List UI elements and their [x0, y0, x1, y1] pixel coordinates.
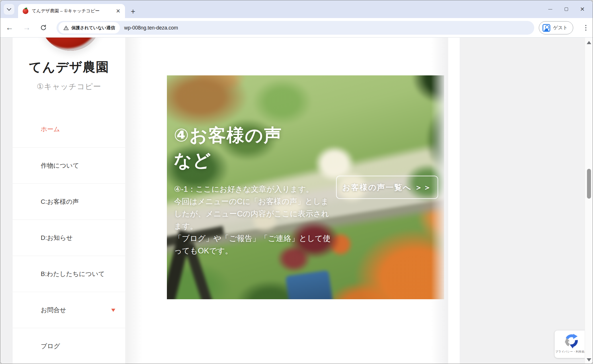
scroll-down-button[interactable] — [587, 358, 591, 361]
tomato-favicon-icon — [23, 8, 28, 14]
back-button[interactable]: ← — [4, 22, 15, 34]
profile-label: ゲスト — [553, 25, 568, 31]
new-tab-button[interactable]: + — [128, 7, 138, 16]
warning-icon — [63, 25, 69, 31]
sidebar-item-contact[interactable]: お問合せ — [13, 292, 125, 328]
hero-description: ④-1：ここにお好きな文章が入ります。 今回はメニューのCに「お客様の声」としま… — [174, 183, 335, 257]
site-subtitle: ①キャッチコピー — [13, 81, 125, 92]
address-bar[interactable]: 保護されていない通信 wp-008ng.ten-deza.com — [56, 21, 534, 35]
tab-title: てんデザ農園 – ①キャッチコピー — [32, 8, 104, 14]
sidebar-item-about-us[interactable]: B:わたしたちについて — [13, 256, 125, 292]
tab-strip: てんデザ農園 – ①キャッチコピー ✕ + ✕ — [0, 0, 593, 18]
browser-tab[interactable]: てんデザ農園 – ①キャッチコピー ✕ — [18, 4, 125, 18]
sidebar-item-crops[interactable]: 作物について — [13, 147, 125, 183]
recaptcha-badge[interactable]: プライバシー・利用規約 — [555, 330, 588, 358]
close-button[interactable]: ✕ — [574, 2, 590, 16]
page-content: てんデザ農園 ①キャッチコピー ホーム 作物について C:お客様の声 D:お知ら… — [0, 38, 593, 364]
site-title: てんデザ農園 — [13, 59, 125, 76]
url-text: wp-008ng.ten-deza.com — [124, 25, 178, 31]
tab-close-button[interactable]: ✕ — [115, 8, 122, 15]
browser-window: てんデザ農園 – ①キャッチコピー ✕ + ✕ ← → 保護されていない通信 w… — [0, 0, 593, 364]
chevron-down-icon — [7, 6, 11, 11]
minimize-icon — [548, 9, 552, 9]
reload-icon — [40, 24, 47, 31]
sidebar-shadow — [126, 38, 143, 364]
window-controls: ✕ — [542, 0, 590, 18]
reload-button[interactable] — [38, 22, 49, 34]
sidebar-item-news[interactable]: D:お知らせ — [13, 220, 125, 256]
guest-avatar-icon — [543, 24, 550, 32]
recaptcha-label: プライバシー・利用規約 — [555, 350, 587, 354]
sidebar-item-home[interactable]: ホーム — [13, 111, 125, 147]
scroll-up-button[interactable] — [587, 41, 591, 44]
forward-button[interactable]: → — [21, 22, 32, 34]
hero-image: ④お客様の声 など ④-1：ここにお好きな文章が入ります。 今回はメニューのCに… — [167, 75, 444, 299]
hero-heading: ④お客様の声 など — [174, 123, 334, 173]
sidebar-item-blog[interactable]: ブログ — [13, 328, 125, 364]
sidebar: てんデザ農園 ①キャッチコピー ホーム 作物について C:お客様の声 D:お知ら… — [13, 38, 126, 364]
minimize-button[interactable] — [542, 2, 558, 16]
security-chip[interactable]: 保護されていない通信 — [58, 22, 120, 34]
maximize-button[interactable] — [558, 2, 574, 16]
submenu-arrow-icon — [111, 309, 115, 312]
security-chip-label: 保護されていない通信 — [71, 25, 115, 31]
customer-voices-list-button[interactable]: お客様の声一覧へ ＞＞ — [336, 176, 438, 199]
page-scrollbar — [585, 38, 593, 364]
site-container: てんデザ農園 ①キャッチコピー ホーム 作物について C:お客様の声 D:お知ら… — [13, 38, 460, 364]
site-logo-tomato-icon — [40, 38, 101, 51]
profile-button[interactable]: ゲスト — [539, 21, 573, 34]
maximize-icon — [565, 7, 568, 11]
sidebar-menu: ホーム 作物について C:お客様の声 D:お知らせ B:わたしたちについて お問… — [13, 111, 125, 364]
browser-toolbar: ← → 保護されていない通信 wp-008ng.ten-deza.com ゲスト — [0, 18, 593, 38]
scrollbar-thumb[interactable] — [587, 169, 591, 199]
tab-search-button[interactable] — [4, 4, 14, 15]
photo-blue-bin — [285, 270, 335, 299]
close-icon: ✕ — [580, 6, 585, 12]
browser-menu-button[interactable] — [580, 22, 592, 34]
recaptcha-logo-icon — [563, 332, 580, 349]
sidebar-item-customer-voices[interactable]: C:お客様の声 — [13, 183, 125, 220]
kebab-icon — [585, 25, 586, 26]
